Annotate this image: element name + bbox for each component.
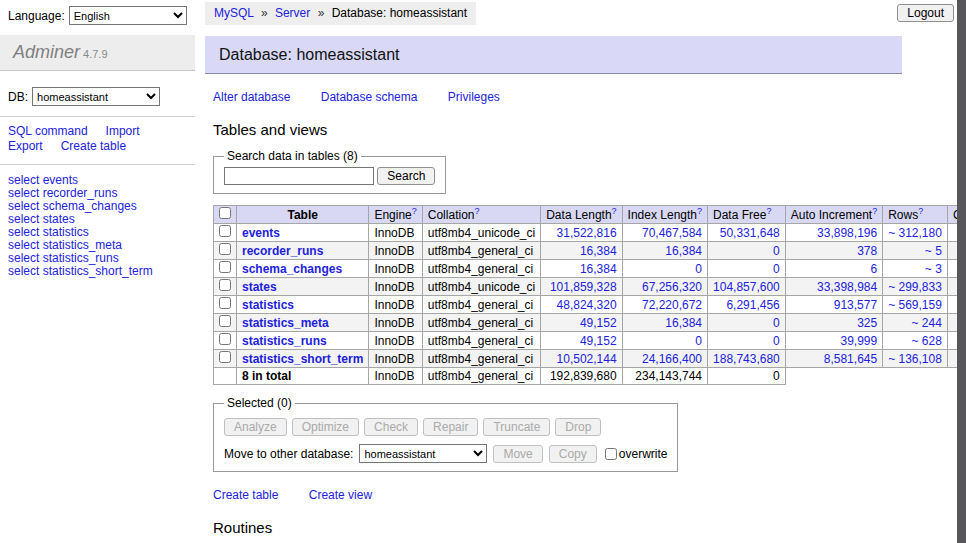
help-icon[interactable]: ? — [474, 206, 479, 216]
data-free-link[interactable]: 0 — [713, 334, 780, 348]
data-length-link[interactable]: 16,384 — [546, 262, 616, 276]
data-length-link[interactable]: 48,824,320 — [546, 298, 616, 312]
index-length-link[interactable]: 67,256,320 — [628, 280, 702, 294]
sidebar-link-export[interactable]: Export — [8, 139, 43, 153]
table-name-cell: events — [237, 224, 369, 242]
row-checkbox[interactable] — [219, 351, 231, 363]
create-links: Create table Create view — [213, 488, 905, 502]
table-name-link[interactable]: statistics_meta — [242, 316, 329, 330]
sidebar-link-create-table[interactable]: Create table — [61, 139, 126, 153]
index-length-link[interactable]: 70,467,584 — [628, 226, 702, 240]
data-free-link[interactable]: 104,857,600 — [713, 280, 780, 294]
data-length-link[interactable]: 16,384 — [546, 244, 616, 258]
sidebar-select-link[interactable]: select statistics_short_term — [8, 265, 195, 278]
row-checkbox[interactable] — [219, 315, 231, 327]
rows-link[interactable]: ~ 569,159 — [888, 298, 942, 312]
data-length-link[interactable]: 31,522,816 — [546, 226, 616, 240]
index-length-link[interactable]: 16,384 — [628, 244, 702, 258]
data-length-link[interactable]: 101,859,328 — [546, 280, 616, 294]
auto-increment-link[interactable]: 378 — [791, 244, 877, 258]
row-checkbox[interactable] — [219, 225, 231, 237]
data-length-link[interactable]: 10,502,144 — [546, 352, 616, 366]
table-name-link[interactable]: statistics — [242, 298, 294, 312]
logout-button[interactable]: Logout — [897, 4, 954, 22]
drop-button[interactable]: Drop — [555, 418, 601, 436]
move-database-select[interactable]: homeassistant — [359, 444, 487, 463]
table-name-link[interactable]: states — [242, 280, 277, 294]
table-name-link[interactable]: statistics_short_term — [242, 352, 363, 366]
row-checkbox[interactable] — [219, 243, 231, 255]
privileges-link[interactable]: Privileges — [448, 90, 500, 104]
sidebar-actions: SQL commandImport ExportCreate table — [8, 124, 195, 154]
index-length-link[interactable]: 0 — [628, 262, 702, 276]
breadcrumb-link-mysql[interactable]: MySQL — [214, 6, 254, 20]
index-length-link[interactable]: 16,384 — [628, 316, 702, 330]
table-name-link[interactable]: recorder_runs — [242, 244, 323, 258]
db-select[interactable]: homeassistant — [32, 87, 160, 106]
data-free-link[interactable]: 0 — [713, 244, 780, 258]
table-name-link[interactable]: statistics_runs — [242, 334, 327, 348]
optimize-button[interactable]: Optimize — [292, 418, 359, 436]
data-length-link[interactable]: 49,152 — [546, 316, 616, 330]
select-all-checkbox[interactable] — [219, 207, 231, 219]
data-free-cell: 0 — [708, 242, 786, 260]
help-icon[interactable]: ? — [697, 206, 702, 216]
index-length-link[interactable]: 72,220,672 — [628, 298, 702, 312]
table-name-cell: statistics_meta — [237, 314, 369, 332]
data-length-cell: 49,152 — [541, 332, 622, 350]
row-checkbox[interactable] — [219, 297, 231, 309]
auto-increment-link[interactable]: 8,581,645 — [791, 352, 877, 366]
repair-button[interactable]: Repair — [423, 418, 478, 436]
rows-link[interactable]: ~ 244 — [888, 316, 942, 330]
auto-increment-link[interactable]: 913,577 — [791, 298, 877, 312]
index-length-link[interactable]: 24,166,400 — [628, 352, 702, 366]
vertical-scrollbar[interactable] — [957, 0, 966, 543]
help-icon[interactable]: ? — [766, 206, 771, 216]
move-button[interactable]: Move — [493, 445, 542, 463]
data-free-link[interactable]: 0 — [713, 316, 780, 330]
overwrite-checkbox[interactable] — [605, 448, 617, 460]
data-free-link[interactable]: 6,291,456 — [713, 298, 780, 312]
adminer-logo-text[interactable]: Adminer — [13, 42, 80, 62]
auto-increment-link[interactable]: 325 — [791, 316, 877, 330]
data-free-link[interactable]: 0 — [713, 262, 780, 276]
auto-increment-link[interactable]: 33,898,196 — [791, 226, 877, 240]
search-button[interactable]: Search — [377, 167, 435, 185]
row-checkbox[interactable] — [219, 261, 231, 273]
data-free-link[interactable]: 50,331,648 — [713, 226, 780, 240]
sidebar-link-import[interactable]: Import — [106, 124, 140, 138]
rows-link[interactable]: ~ 299,833 — [888, 280, 942, 294]
row-checkbox[interactable] — [219, 279, 231, 291]
rows-link[interactable]: ~ 312,180 — [888, 226, 942, 240]
sidebar-link-sql-command[interactable]: SQL command — [8, 124, 88, 138]
search-input[interactable] — [224, 167, 374, 185]
breadcrumb-link-server[interactable]: Server — [275, 6, 310, 20]
create-view-link[interactable]: Create view — [309, 488, 372, 502]
help-icon[interactable]: ? — [918, 206, 923, 216]
auto-increment-link[interactable]: 39,999 — [791, 334, 877, 348]
help-icon[interactable]: ? — [412, 206, 417, 216]
rows-link[interactable]: ~ 3 — [888, 262, 942, 276]
database-schema-link[interactable]: Database schema — [321, 90, 418, 104]
create-table-link[interactable]: Create table — [213, 488, 278, 502]
rows-link[interactable]: ~ 136,108 — [888, 352, 942, 366]
rows-link[interactable]: ~ 628 — [888, 334, 942, 348]
data-free-cell: 6,291,456 — [708, 296, 786, 314]
data-free-link[interactable]: 188,743,680 — [713, 352, 780, 366]
copy-button[interactable]: Copy — [549, 445, 597, 463]
rows-link[interactable]: ~ 5 — [888, 244, 942, 258]
help-icon[interactable]: ? — [612, 206, 617, 216]
help-icon[interactable]: ? — [872, 206, 877, 216]
auto-increment-link[interactable]: 33,398,984 — [791, 280, 877, 294]
table-name-link[interactable]: events — [242, 226, 280, 240]
table-name-link[interactable]: schema_changes — [242, 262, 342, 276]
data-length-link[interactable]: 49,152 — [546, 334, 616, 348]
check-button[interactable]: Check — [364, 418, 418, 436]
index-length-link[interactable]: 0 — [628, 334, 702, 348]
row-checkbox[interactable] — [219, 333, 231, 345]
analyze-button[interactable]: Analyze — [224, 418, 287, 436]
alter-database-link[interactable]: Alter database — [213, 90, 290, 104]
truncate-button[interactable]: Truncate — [483, 418, 550, 436]
auto-increment-link[interactable]: 6 — [791, 262, 877, 276]
language-select[interactable]: English — [69, 6, 187, 25]
